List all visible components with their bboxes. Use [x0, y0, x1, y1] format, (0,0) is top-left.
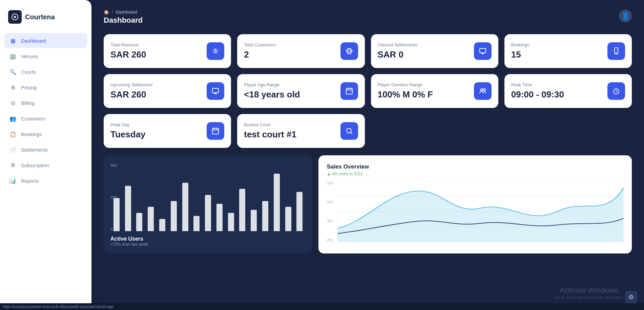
y-300: 300: [327, 219, 333, 223]
breadcrumb: 🏠 / Dashboard: [104, 9, 143, 15]
stat-content-upcoming-settlement: Upcoming Settlement SAR 260: [110, 82, 152, 100]
svg-rect-12: [212, 88, 219, 93]
bar-wrap: [295, 192, 305, 231]
stat-value-peak-time: 09:00 - 09:30: [511, 89, 564, 100]
stat-content-total-revenue: Total Revenue SAR 260: [110, 42, 146, 60]
bar-wrap: [272, 174, 282, 231]
svg-point-19: [481, 89, 483, 91]
bar-wrap: [158, 219, 167, 231]
svg-point-20: [483, 89, 485, 91]
stat-icon-total-revenue: $: [207, 42, 224, 60]
bar-wrap: [215, 204, 224, 231]
stat-label-cleared-settlements: Cleared Settlements: [378, 42, 418, 47]
y-200: 200: [327, 238, 333, 242]
bar: [159, 219, 165, 231]
logo-icon: [8, 10, 22, 24]
stat-content-peak-time: Peak Time 09:00 - 09:30: [511, 82, 564, 100]
breadcrumb-separator: /: [112, 9, 113, 15]
statusbar-url: https://courtena-partner-front-ox4x-80yw…: [3, 305, 113, 309]
sidebar-label-billing: Billing: [21, 100, 35, 106]
svg-point-28: [347, 128, 351, 133]
sidebar-item-reports[interactable]: 📊 Reports: [4, 173, 87, 188]
y-500: 500: [327, 181, 333, 185]
bar-wrap: [123, 186, 133, 231]
stat-value-cleared-settlements: SAR 0: [378, 49, 418, 60]
stat-content-player-genders-range: Player Genders Range 100% M 0% F: [378, 82, 433, 100]
bar-chart-card: 4002000 Active Users +23% than last week: [104, 155, 312, 253]
stat-card-player-genders-range: Player Genders Range 100% M 0% F: [371, 74, 498, 108]
stats-row-2: Upcoming Settlement SAR 260 Player Age R…: [104, 74, 632, 108]
sales-chart-area: 500 400 300 200: [327, 181, 624, 242]
bar: [148, 207, 154, 231]
stat-value-busiest-court: test court #1: [244, 129, 296, 140]
avatar-icon: 👤: [621, 12, 630, 20]
sales-sub: ▲ 4% more in 2021: [327, 172, 624, 176]
bar-wrap: [112, 198, 121, 231]
stat-value-bookings: 15: [511, 49, 529, 60]
stat-icon-busiest-court: [340, 122, 358, 140]
sidebar-item-settlements[interactable]: 📄 Settlements: [4, 142, 87, 157]
bar: [205, 195, 211, 231]
bar-wrap: [135, 213, 144, 231]
stat-card-bookings: Bookings 15: [504, 34, 632, 68]
settings-button[interactable]: ⚙: [625, 291, 637, 303]
user-avatar[interactable]: 👤: [619, 9, 632, 22]
stat-value-player-genders-range: 100% M 0% F: [378, 89, 433, 100]
bar-wrap: [261, 201, 270, 231]
stat-label-peak-day: Peak Day: [110, 122, 146, 127]
bar: [216, 204, 223, 231]
bar: [296, 192, 303, 231]
sidebar-icon-venues: 🏢: [9, 53, 16, 60]
stat-card-busiest-court: Busiest Court test court #1: [237, 114, 365, 148]
stat-label-total-customers: Total Customers: [244, 42, 276, 47]
stat-value-total-revenue: SAR 260: [110, 49, 146, 60]
chart-footer-sub: +23% than last week: [110, 242, 306, 247]
bar-chart-area: 4002000: [110, 163, 306, 231]
sidebar-item-customers[interactable]: 👥 Customers: [4, 111, 87, 126]
charts-row: 4002000 Active Users +23% than last week…: [104, 155, 632, 253]
bar-wrap: [284, 207, 293, 231]
stat-icon-player-age-range: [340, 82, 358, 100]
bar: [125, 186, 131, 231]
stat-value-upcoming-settlement: SAR 260: [110, 89, 152, 100]
sidebar-label-venues: Venues: [21, 53, 38, 59]
stat-label-bookings: Bookings: [511, 42, 529, 47]
sidebar-item-pricing[interactable]: ⊞ Pricing: [4, 80, 87, 95]
svg-line-23: [616, 91, 617, 92]
sidebar-item-subscription[interactable]: 🖥 Subscription: [4, 158, 87, 173]
bar: [136, 213, 142, 231]
stat-content-peak-day: Peak Day Tuesday: [110, 122, 146, 140]
stat-card-peak-time: Peak Time 09:00 - 09:30: [504, 74, 632, 108]
stat-card-total-customers: Total Customers 2: [237, 34, 365, 68]
sidebar-item-bookings[interactable]: 📋 Bookings: [4, 127, 87, 141]
breadcrumb-current: Dashboard: [116, 9, 138, 15]
sidebar-item-billing[interactable]: ⊟ Billing: [4, 95, 87, 110]
stat-icon-peak-day: [207, 122, 224, 140]
header-left: 🏠 / Dashboard Dashboard: [104, 9, 143, 25]
stats-row-1: Total Revenue SAR 260 $ Total Customers …: [104, 34, 632, 68]
sidebar-item-courts[interactable]: 🔍 Courts: [4, 64, 87, 79]
bar: [274, 174, 280, 231]
page-title: Dashboard: [104, 16, 143, 25]
stat-label-busiest-court: Busiest Court: [244, 122, 296, 127]
bar: [262, 201, 268, 231]
sidebar-label-courts: Courts: [21, 69, 36, 75]
svg-rect-15: [346, 88, 352, 94]
logo: Courtena: [0, 7, 91, 33]
stat-content-cleared-settlements: Cleared Settlements SAR 0: [378, 42, 418, 60]
gear-icon: ⚙: [628, 293, 634, 301]
sidebar-icon-billing: ⊟: [9, 99, 16, 106]
sidebar-item-dashboard[interactable]: ▦ Dashboard: [4, 33, 87, 48]
svg-rect-24: [212, 128, 219, 134]
sidebar-label-subscription: Subscription: [21, 162, 49, 168]
sidebar-item-venues[interactable]: 🏢 Venues: [4, 49, 87, 64]
sidebar-label-pricing: Pricing: [21, 85, 37, 90]
stats-row-3: Peak Day Tuesday Busiest Court test cour…: [104, 114, 632, 148]
stat-content-busiest-court: Busiest Court test court #1: [244, 122, 296, 140]
bar-wrap: [192, 216, 201, 231]
sidebar-label-settlements: Settlements: [21, 147, 48, 153]
stat-icon-total-customers: [340, 42, 358, 60]
arrow-up-icon: ▲: [327, 172, 331, 176]
chart-footer-title: Active Users: [110, 236, 306, 242]
bar-y-label: 400: [110, 163, 117, 168]
